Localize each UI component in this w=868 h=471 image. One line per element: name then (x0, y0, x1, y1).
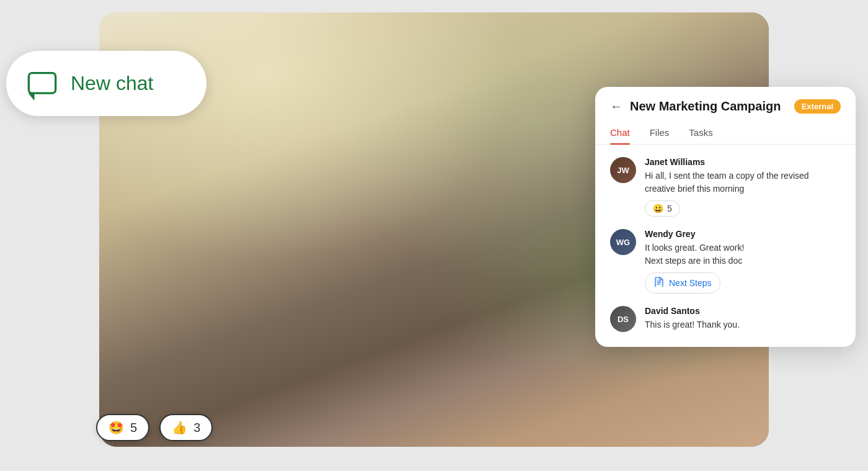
text-wendy: It looks great. Great work!Next steps ar… (645, 241, 841, 267)
reaction-count-janet: 5 (667, 204, 672, 213)
message-david: David Santos This is great! Thank you. (610, 306, 841, 332)
message-content-janet: Janet Williams Hi all, I sent the team a… (645, 157, 841, 217)
chat-header: ← New Marketing Campaign External (595, 87, 856, 114)
message-content-david: David Santos This is great! Thank you. (645, 306, 841, 331)
doc-label: Next Steps (669, 278, 711, 288)
emoji-count-thumbsup: 3 (193, 421, 200, 435)
svg-rect-0 (29, 73, 55, 93)
new-chat-pill[interactable]: New chat (6, 51, 206, 116)
avatar-david (610, 306, 636, 332)
emoji-badge-thumbsup[interactable]: 👍 3 (159, 414, 213, 441)
new-chat-label: New chat (71, 72, 153, 95)
text-janet: Hi all, I sent the team a copy of the re… (645, 169, 841, 195)
emoji-reactions: 🤩 5 👍 3 (96, 414, 213, 441)
avatar-janet (610, 157, 636, 183)
text-david: This is great! Thank you. (645, 318, 841, 331)
emoji-badge-star-eyes[interactable]: 🤩 5 (96, 414, 149, 441)
emoji-count-star-eyes: 5 (130, 421, 137, 435)
back-button[interactable]: ← (610, 99, 622, 114)
doc-chip-next-steps[interactable]: Next Steps (645, 272, 720, 294)
sender-wendy: Wendy Grey (645, 229, 841, 239)
chat-messages: Janet Williams Hi all, I sent the team a… (595, 145, 856, 332)
chat-icon (26, 68, 58, 100)
tab-tasks[interactable]: Tasks (689, 121, 712, 144)
message-janet: Janet Williams Hi all, I sent the team a… (610, 157, 841, 217)
message-content-wendy: Wendy Grey It looks great. Great work!Ne… (645, 229, 841, 294)
chat-title: New Marketing Campaign (630, 99, 787, 114)
sender-janet: Janet Williams (645, 157, 841, 167)
chat-panel: ← New Marketing Campaign External Chat F… (595, 87, 856, 347)
sender-david: David Santos (645, 306, 841, 316)
emoji-thumbsup: 👍 (172, 420, 187, 435)
external-badge: External (794, 99, 841, 114)
tab-files[interactable]: Files (650, 121, 670, 144)
avatar-wendy (610, 229, 636, 255)
doc-icon (654, 277, 664, 289)
message-wendy: Wendy Grey It looks great. Great work!Ne… (610, 229, 841, 294)
reaction-emoji-janet: 😀 (653, 204, 663, 213)
reaction-janet[interactable]: 😀 5 (645, 200, 680, 217)
tab-chat[interactable]: Chat (610, 121, 630, 144)
chat-tabs: Chat Files Tasks (595, 121, 856, 145)
emoji-star-eyes: 🤩 (108, 420, 124, 435)
